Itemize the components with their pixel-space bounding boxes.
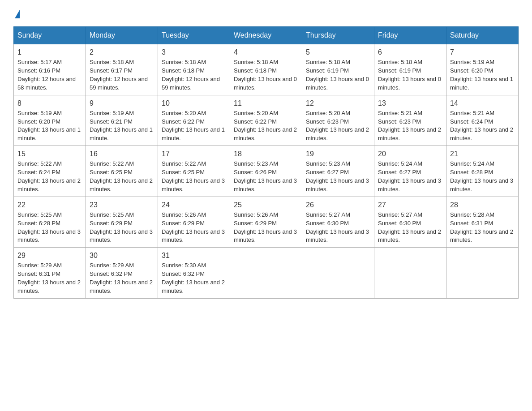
day-sunrise: Sunrise: 5:26 AMSunset: 6:29 PMDaylight:… bbox=[234, 211, 297, 244]
calendar-cell: 7Sunrise: 5:19 AMSunset: 6:20 PMDaylight… bbox=[446, 44, 519, 95]
calendar-cell: 22Sunrise: 5:25 AMSunset: 6:28 PMDayligh… bbox=[14, 197, 86, 248]
calendar-cell: 29Sunrise: 5:29 AMSunset: 6:31 PMDayligh… bbox=[14, 248, 86, 299]
calendar-cell: 25Sunrise: 5:26 AMSunset: 6:29 PMDayligh… bbox=[230, 197, 302, 248]
col-header-saturday: Saturday bbox=[446, 27, 519, 44]
day-sunrise: Sunrise: 5:30 AMSunset: 6:32 PMDaylight:… bbox=[162, 262, 225, 294]
day-sunrise: Sunrise: 5:25 AMSunset: 6:28 PMDaylight:… bbox=[17, 211, 81, 244]
day-number: 8 bbox=[17, 98, 82, 108]
day-number: 28 bbox=[450, 200, 515, 210]
col-header-sunday: Sunday bbox=[14, 27, 86, 44]
day-number: 31 bbox=[162, 250, 226, 261]
calendar-week-row: 1Sunrise: 5:17 AMSunset: 6:16 PMDaylight… bbox=[14, 44, 519, 95]
day-number: 18 bbox=[234, 149, 298, 159]
col-header-monday: Monday bbox=[86, 27, 158, 44]
day-sunrise: Sunrise: 5:20 AMSunset: 6:23 PMDaylight:… bbox=[306, 110, 369, 142]
day-sunrise: Sunrise: 5:23 AMSunset: 6:26 PMDaylight:… bbox=[234, 160, 297, 193]
logo-triangle-icon bbox=[15, 10, 20, 18]
day-sunrise: Sunrise: 5:21 AMSunset: 6:23 PMDaylight:… bbox=[378, 110, 441, 142]
calendar-cell: 3Sunrise: 5:18 AMSunset: 6:18 PMDaylight… bbox=[158, 44, 230, 95]
day-sunrise: Sunrise: 5:18 AMSunset: 6:18 PMDaylight:… bbox=[162, 59, 220, 91]
day-number: 20 bbox=[378, 149, 442, 159]
calendar-week-row: 29Sunrise: 5:29 AMSunset: 6:31 PMDayligh… bbox=[14, 248, 519, 299]
day-number: 24 bbox=[162, 200, 226, 210]
calendar-cell: 27Sunrise: 5:27 AMSunset: 6:30 PMDayligh… bbox=[374, 197, 446, 248]
calendar-cell: 13Sunrise: 5:21 AMSunset: 6:23 PMDayligh… bbox=[374, 95, 446, 146]
day-number: 12 bbox=[306, 98, 370, 108]
col-header-thursday: Thursday bbox=[302, 27, 374, 44]
day-sunrise: Sunrise: 5:19 AMSunset: 6:21 PMDaylight:… bbox=[90, 110, 153, 142]
day-number: 1 bbox=[17, 47, 82, 57]
calendar-cell: 4Sunrise: 5:18 AMSunset: 6:18 PMDaylight… bbox=[230, 44, 302, 95]
calendar-cell: 20Sunrise: 5:24 AMSunset: 6:27 PMDayligh… bbox=[374, 146, 446, 197]
calendar-cell: 2Sunrise: 5:18 AMSunset: 6:17 PMDaylight… bbox=[86, 44, 158, 95]
calendar-cell: 24Sunrise: 5:26 AMSunset: 6:29 PMDayligh… bbox=[158, 197, 230, 248]
day-number: 14 bbox=[450, 98, 515, 108]
calendar-cell: 12Sunrise: 5:20 AMSunset: 6:23 PMDayligh… bbox=[302, 95, 374, 146]
calendar-cell: 14Sunrise: 5:21 AMSunset: 6:24 PMDayligh… bbox=[446, 95, 519, 146]
day-number: 27 bbox=[378, 200, 442, 210]
day-sunrise: Sunrise: 5:24 AMSunset: 6:27 PMDaylight:… bbox=[378, 160, 441, 193]
day-sunrise: Sunrise: 5:18 AMSunset: 6:17 PMDaylight:… bbox=[90, 59, 148, 91]
calendar-cell: 30Sunrise: 5:29 AMSunset: 6:32 PMDayligh… bbox=[86, 248, 158, 299]
day-sunrise: Sunrise: 5:22 AMSunset: 6:24 PMDaylight:… bbox=[17, 160, 81, 193]
calendar-cell bbox=[374, 248, 446, 299]
calendar-cell bbox=[230, 248, 302, 299]
day-number: 16 bbox=[90, 149, 154, 159]
calendar-cell: 9Sunrise: 5:19 AMSunset: 6:21 PMDaylight… bbox=[86, 95, 158, 146]
day-sunrise: Sunrise: 5:29 AMSunset: 6:32 PMDaylight:… bbox=[90, 262, 153, 294]
day-sunrise: Sunrise: 5:20 AMSunset: 6:22 PMDaylight:… bbox=[234, 110, 297, 142]
calendar-cell: 8Sunrise: 5:19 AMSunset: 6:20 PMDaylight… bbox=[14, 95, 86, 146]
day-sunrise: Sunrise: 5:22 AMSunset: 6:25 PMDaylight:… bbox=[162, 160, 225, 193]
calendar-cell: 21Sunrise: 5:24 AMSunset: 6:28 PMDayligh… bbox=[446, 146, 519, 197]
day-number: 17 bbox=[162, 149, 226, 159]
day-number: 3 bbox=[162, 47, 226, 57]
day-number: 7 bbox=[450, 47, 515, 57]
day-number: 23 bbox=[90, 200, 154, 210]
day-number: 19 bbox=[306, 149, 370, 159]
day-sunrise: Sunrise: 5:27 AMSunset: 6:30 PMDaylight:… bbox=[378, 211, 441, 244]
day-sunrise: Sunrise: 5:17 AMSunset: 6:16 PMDaylight:… bbox=[17, 59, 76, 91]
day-number: 25 bbox=[234, 200, 298, 210]
day-number: 2 bbox=[90, 47, 154, 57]
day-sunrise: Sunrise: 5:24 AMSunset: 6:28 PMDaylight:… bbox=[450, 160, 513, 193]
col-header-friday: Friday bbox=[374, 27, 446, 44]
logo bbox=[13, 9, 20, 17]
day-sunrise: Sunrise: 5:19 AMSunset: 6:20 PMDaylight:… bbox=[450, 59, 513, 91]
calendar-cell: 23Sunrise: 5:25 AMSunset: 6:29 PMDayligh… bbox=[86, 197, 158, 248]
calendar-cell bbox=[302, 248, 374, 299]
calendar-cell: 26Sunrise: 5:27 AMSunset: 6:30 PMDayligh… bbox=[302, 197, 374, 248]
day-sunrise: Sunrise: 5:27 AMSunset: 6:30 PMDaylight:… bbox=[306, 211, 369, 244]
day-sunrise: Sunrise: 5:19 AMSunset: 6:20 PMDaylight:… bbox=[17, 110, 81, 142]
day-number: 6 bbox=[378, 47, 442, 57]
day-number: 30 bbox=[90, 250, 154, 261]
calendar-cell: 5Sunrise: 5:18 AMSunset: 6:19 PMDaylight… bbox=[302, 44, 374, 95]
col-header-tuesday: Tuesday bbox=[158, 27, 230, 44]
calendar-cell: 18Sunrise: 5:23 AMSunset: 6:26 PMDayligh… bbox=[230, 146, 302, 197]
day-number: 29 bbox=[17, 250, 82, 261]
day-number: 9 bbox=[90, 98, 154, 108]
day-number: 13 bbox=[378, 98, 442, 108]
calendar-cell bbox=[446, 248, 519, 299]
day-sunrise: Sunrise: 5:28 AMSunset: 6:31 PMDaylight:… bbox=[450, 211, 513, 244]
day-number: 21 bbox=[450, 149, 515, 159]
day-number: 4 bbox=[234, 47, 298, 57]
calendar-cell: 1Sunrise: 5:17 AMSunset: 6:16 PMDaylight… bbox=[14, 44, 86, 95]
calendar-cell: 28Sunrise: 5:28 AMSunset: 6:31 PMDayligh… bbox=[446, 197, 519, 248]
day-number: 15 bbox=[17, 149, 82, 159]
day-sunrise: Sunrise: 5:22 AMSunset: 6:25 PMDaylight:… bbox=[90, 160, 153, 193]
calendar-cell: 6Sunrise: 5:18 AMSunset: 6:19 PMDaylight… bbox=[374, 44, 446, 95]
day-sunrise: Sunrise: 5:25 AMSunset: 6:29 PMDaylight:… bbox=[90, 211, 153, 244]
day-number: 11 bbox=[234, 98, 298, 108]
day-sunrise: Sunrise: 5:18 AMSunset: 6:19 PMDaylight:… bbox=[306, 59, 369, 91]
calendar-week-row: 15Sunrise: 5:22 AMSunset: 6:24 PMDayligh… bbox=[14, 146, 519, 197]
calendar-cell: 10Sunrise: 5:20 AMSunset: 6:22 PMDayligh… bbox=[158, 95, 230, 146]
day-sunrise: Sunrise: 5:18 AMSunset: 6:19 PMDaylight:… bbox=[378, 59, 441, 91]
day-sunrise: Sunrise: 5:26 AMSunset: 6:29 PMDaylight:… bbox=[162, 211, 225, 244]
calendar-cell: 17Sunrise: 5:22 AMSunset: 6:25 PMDayligh… bbox=[158, 146, 230, 197]
day-sunrise: Sunrise: 5:23 AMSunset: 6:27 PMDaylight:… bbox=[306, 160, 369, 193]
day-number: 22 bbox=[17, 200, 82, 210]
calendar-cell: 16Sunrise: 5:22 AMSunset: 6:25 PMDayligh… bbox=[86, 146, 158, 197]
calendar-week-row: 8Sunrise: 5:19 AMSunset: 6:20 PMDaylight… bbox=[14, 95, 519, 146]
page-header bbox=[13, 9, 519, 17]
day-sunrise: Sunrise: 5:18 AMSunset: 6:18 PMDaylight:… bbox=[234, 59, 297, 91]
